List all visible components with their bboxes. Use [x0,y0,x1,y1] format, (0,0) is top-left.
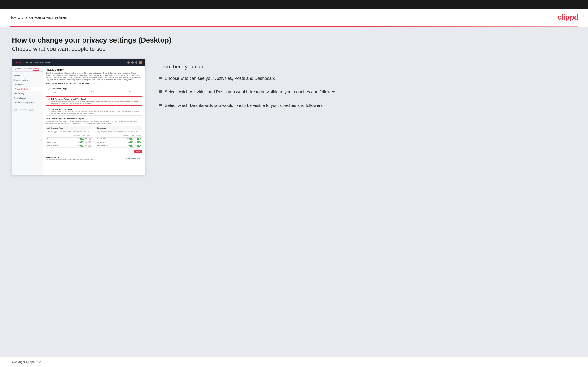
right-panel: From here you can: Choose who can see yo… [155,59,576,117]
mock-row-roundinsights: Round Insights ON ON [95,141,142,144]
content-row: clippd Home My Performance My Profile Co… [12,59,576,175]
bullet-list: Choose who can see your Activities, Post… [159,75,571,109]
mock-toggle-roundinsights-coach[interactable] [130,141,133,143]
mock-chevron-subscription: › [40,83,40,85]
mock-nav-performance: My Performance [35,61,51,64]
mock-sidebar-serviceprivacy: Service & Privacy Policy ↗ [12,100,43,105]
bullet-square-3 [159,104,162,106]
bullet-item-3: Select which Dashboards you would like t… [159,103,571,108]
mock-main-content: Privacy Controls Control how you and you… [43,66,145,175]
mock-sidebar-mygolfbag: My Golf Bag › [12,91,43,96]
from-here-text: From here you can: [159,64,571,70]
page-heading: How to change your privacy settings (Des… [12,36,576,44]
mock-toggle-manual-coach[interactable] [80,145,84,147]
mock-toggle-whattowork-coach[interactable] [130,145,133,147]
mock-radio-group: Everyone on Clippd Everyone on Clippd ca… [46,86,142,116]
mock-profile-tabs: My Profile Connections Settings [12,68,43,72]
bullet-item-2: Select which Activities and Posts you wo… [159,89,571,95]
mock-save-button[interactable]: Save [134,150,142,153]
mock-chevron-golfbag: › [40,93,40,94]
mock-toggle-tables: Activities and Posts Select the types of… [46,126,142,148]
mock-tab-myprofile: My Profile [14,68,21,71]
mock-dashboards-header: Dashboards [95,126,142,130]
mock-logo: clippd [15,61,22,64]
footer: Copyright Clippd 2022 [0,357,588,367]
mock-row-rounds: Rounds ON ON [46,138,93,141]
mock-sidebar-helpsupport: Help & Support ↗ [12,96,43,100]
mock-toggle-rounds-follower[interactable] [87,138,91,140]
mock-bell-icon [135,61,138,64]
mock-toggle-drills-coach[interactable] [80,141,84,143]
mock-sidebar-privacycontrols: Privacy Controls › [12,87,43,91]
mock-sidebar: My Profile Connections Settings My Accou… [12,66,43,175]
screenshot-mockup: clippd Home My Performance My Profile Co… [12,59,145,175]
mock-showhide-title: Show or hide specific features in Clippd [46,117,142,120]
mock-row-manual: Manual Activities ON ON [46,144,93,148]
mock-help-title: Help & Support [46,157,95,159]
mock-row-practicedrills: Practice Drills ON ON [46,141,93,144]
mock-sidebar-subscription: Subscription › [12,82,43,87]
bullet-item-1: Choose who can see your Activities, Post… [159,75,571,82]
mock-privacy-title: Privacy Controls [46,68,142,71]
mock-grid-icon [131,61,134,64]
mock-avatar [139,61,142,64]
bullet-square-1 [159,77,162,79]
mock-help-desc: Visit our Clippd community to troublesho… [46,159,95,160]
mock-sidebar-dataintegrations: Data Integrations › [12,78,43,82]
mock-chevron-dataintegrations: › [40,79,40,81]
mock-help-row: Help & Support Visit our Clippd communit… [46,155,142,161]
mock-radio-onlyyou: Only You and Your Coach Only you and the… [46,107,142,116]
mock-search-icon [128,61,130,64]
mock-row-playerdashboard: Player Dashboard ON ON [95,138,142,141]
mock-toggle-whattowork-follower[interactable] [137,145,141,147]
mock-visit-button[interactable]: Visit Our Community [124,157,142,160]
mock-nav-icons [128,61,142,64]
mock-save-row: Save [46,149,142,154]
page-subheading: Choose what you want people to see [12,46,576,52]
header-title: How to change your privacy settings [9,15,67,19]
mock-privacy-desc: Control how you and your data appears to… [46,72,142,81]
mock-radio-everyone: Everyone on Clippd Everyone on Clippd ca… [46,86,142,95]
mock-tab-connections: Connections [23,68,32,71]
mock-radio-approved: Only Approved Followers and Your Coach O… [46,96,142,106]
mock-radio-dot-everyone [48,88,50,90]
mock-toggle-player-follower[interactable] [137,138,141,140]
mock-showhide-desc: Regardless of the privacy controls that … [46,121,142,125]
mock-table-dashboards: Dashboards Select the types of activity … [95,126,142,148]
mock-toggle-rounds-coach[interactable] [80,138,84,140]
mock-activities-header: Activities and Posts [46,126,93,130]
mock-dashboards-subheader: COACHES FOLLOWERS [95,134,142,138]
mock-body: My Profile Connections Settings My Accou… [12,66,145,175]
copyright-text: Copyright Clippd 2022 [12,360,43,364]
mock-table-activities: Activities and Posts Select the types of… [46,126,93,148]
mock-activities-subheader: COACHES FOLLOWERS [46,134,93,138]
top-bar [0,0,588,8]
mock-sidebar-myaccount: My Account › [12,73,43,78]
mock-nav-home: Home [26,61,32,64]
mock-chevron-myaccount: › [40,75,40,76]
mock-toggle-manual-follower[interactable] [87,145,91,147]
mock-radio-dot-approved [48,98,50,100]
mock-chevron-privacy: › [40,88,40,90]
main-content: How to change your privacy settings (Des… [0,27,588,357]
bullet-square-2 [159,90,162,93]
mock-radio-dot-onlyyou [48,108,50,110]
logo: clippd [558,13,579,22]
mock-toggle-drills-follower[interactable] [87,141,91,143]
mock-who-title: Who Can See Your Activities and Dashboar… [46,83,142,85]
mock-sidebar-footer: Clippd Client Version: 2022.8.2 SQL Serv… [12,107,43,113]
mock-toggle-roundinsights-follower[interactable] [137,141,141,143]
mock-row-whattowork: What To Work On ON ON [95,144,142,148]
mock-toggle-player-coach[interactable] [130,138,133,140]
mock-navbar: clippd Home My Performance [12,59,145,66]
header: How to change your privacy settings clip… [0,8,588,26]
mock-tab-settings: Settings [33,68,39,71]
